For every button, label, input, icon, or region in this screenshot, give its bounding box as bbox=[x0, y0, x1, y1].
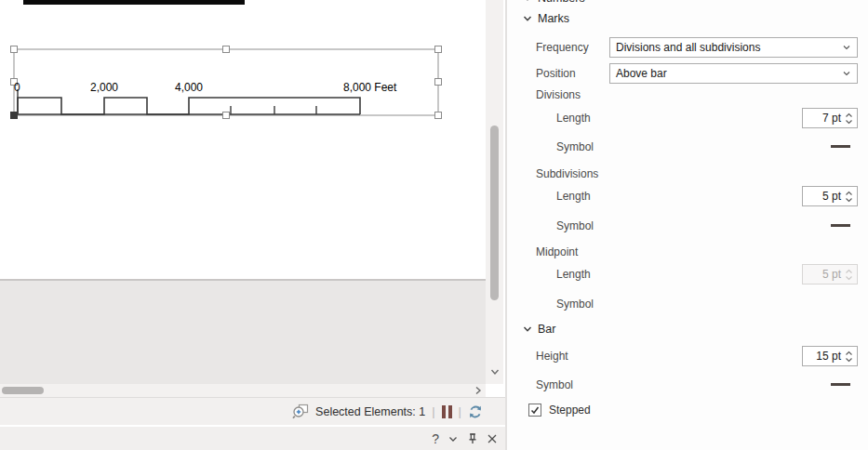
bottom-pane-header: ? bbox=[0, 425, 505, 450]
subdivisions-group-label: Subdivisions bbox=[536, 167, 598, 180]
position-dropdown[interactable]: Above bar bbox=[609, 63, 858, 84]
status-separator: | bbox=[432, 404, 434, 418]
divisions-length-value: 7 pt bbox=[822, 112, 841, 125]
subdivisions-length-spinner[interactable]: 5 pt bbox=[802, 186, 858, 206]
arcgis-pro-window: 0 2,000 4,000 8,000 Feet bbox=[0, 0, 868, 450]
bar-height-value: 15 pt bbox=[816, 350, 841, 363]
zoom-to-selection-icon[interactable] bbox=[292, 404, 309, 419]
scalebar-stepped-bar bbox=[18, 98, 360, 114]
divisions-symbol-label: Symbol bbox=[556, 140, 594, 153]
scalebar-label-2000: 2,000 bbox=[90, 81, 118, 94]
divisions-length-spinner[interactable]: 7 pt bbox=[802, 108, 858, 128]
frequency-value: Divisions and all subdivisions bbox=[616, 41, 760, 54]
help-icon[interactable]: ? bbox=[432, 432, 439, 445]
scroll-right-icon[interactable] bbox=[473, 385, 484, 396]
spinner-arrows[interactable] bbox=[845, 112, 855, 125]
position-label: Position bbox=[536, 67, 576, 80]
chevron-down-icon bbox=[523, 14, 532, 23]
midpoint-length-spinner: 5 pt bbox=[802, 264, 858, 285]
layout-page[interactable]: 0 2,000 4,000 8,000 Feet bbox=[0, 0, 486, 281]
chevron-down-icon bbox=[523, 0, 532, 3]
chevron-down-icon bbox=[842, 43, 851, 52]
pause-drawing-icon[interactable] bbox=[442, 405, 452, 418]
scroll-down-icon[interactable] bbox=[489, 366, 501, 377]
midpoint-length-value: 5 pt bbox=[822, 268, 841, 281]
frequency-label: Frequency bbox=[536, 41, 589, 54]
midpoint-symbol-label: Symbol bbox=[556, 298, 594, 311]
section-bar[interactable]: Bar bbox=[523, 323, 555, 336]
section-numbers[interactable]: Numbers bbox=[523, 0, 585, 5]
status-separator: | bbox=[459, 404, 461, 418]
stepped-checkbox[interactable] bbox=[528, 404, 541, 417]
chevron-down-icon bbox=[842, 69, 851, 78]
bar-height-spinner[interactable]: 15 pt bbox=[802, 346, 858, 366]
anchor-handle bbox=[11, 112, 18, 119]
position-value: Above bar bbox=[616, 67, 667, 80]
chevron-down-icon[interactable] bbox=[447, 433, 459, 444]
horizontal-scrollbar[interactable] bbox=[0, 384, 486, 397]
scalebar-properties-panel: Numbers Marks Frequency Divisions and al… bbox=[507, 0, 868, 450]
layout-status-bar: Selected Elements: 1 | | bbox=[0, 397, 505, 425]
canvas-background bbox=[0, 281, 486, 384]
subdivisions-symbol-label: Symbol bbox=[556, 219, 594, 232]
subdivisions-length-label: Length bbox=[556, 190, 591, 203]
horizontal-scrollbar-thumb[interactable] bbox=[2, 387, 44, 394]
spinner-arrows[interactable] bbox=[845, 191, 855, 203]
midpoint-group-label: Midpoint bbox=[536, 245, 578, 258]
check-icon bbox=[530, 405, 540, 415]
subdivisions-symbol-swatch[interactable] bbox=[831, 224, 850, 227]
scalebar-element[interactable] bbox=[0, 0, 486, 281]
section-marks[interactable]: Marks bbox=[523, 12, 569, 25]
refresh-icon[interactable] bbox=[468, 404, 483, 419]
midpoint-length-label: Length bbox=[556, 268, 591, 281]
pin-icon[interactable] bbox=[467, 432, 478, 444]
spinner-arrows bbox=[845, 269, 855, 281]
divisions-symbol-swatch[interactable] bbox=[831, 145, 850, 148]
spinner-arrows[interactable] bbox=[845, 351, 855, 363]
close-icon[interactable] bbox=[487, 433, 498, 444]
vertical-scrollbar[interactable] bbox=[486, 0, 503, 384]
vertical-scrollbar-thumb[interactable] bbox=[490, 126, 499, 300]
selected-elements-count: Selected Elements: 1 bbox=[315, 405, 425, 418]
scalebar-label-8000-feet: 8,000 Feet bbox=[343, 81, 396, 94]
divisions-group-label: Divisions bbox=[536, 88, 581, 101]
scalebar-label-0: 0 bbox=[14, 81, 20, 94]
scalebar-label-4000: 4,000 bbox=[175, 81, 203, 94]
frequency-dropdown[interactable]: Divisions and all subdivisions bbox=[609, 37, 858, 58]
stepped-checkbox-row[interactable]: Stepped bbox=[528, 404, 591, 417]
divisions-length-label: Length bbox=[556, 112, 591, 125]
chevron-down-icon bbox=[523, 324, 532, 334]
bar-symbol-swatch[interactable] bbox=[831, 383, 850, 386]
layout-canvas-area: 0 2,000 4,000 8,000 Feet bbox=[0, 0, 505, 450]
bar-symbol-label: Symbol bbox=[536, 378, 573, 391]
bar-height-label: Height bbox=[536, 350, 568, 363]
subdivisions-length-value: 5 pt bbox=[822, 190, 841, 203]
stepped-label: Stepped bbox=[549, 404, 591, 417]
